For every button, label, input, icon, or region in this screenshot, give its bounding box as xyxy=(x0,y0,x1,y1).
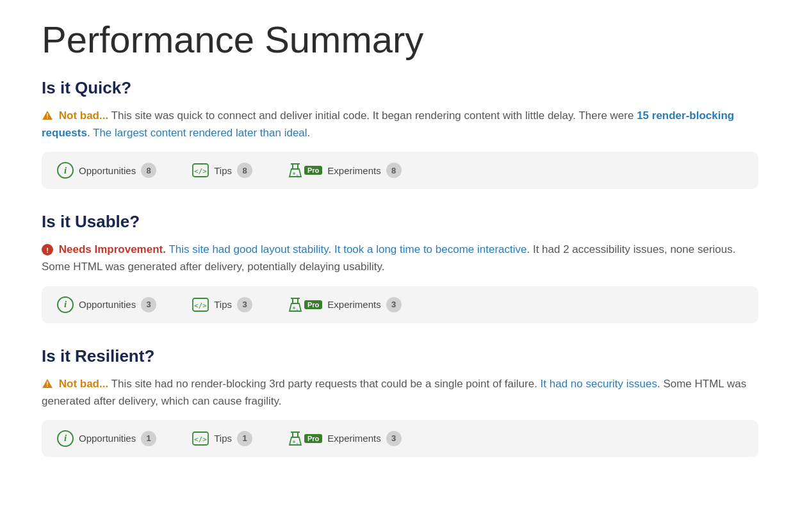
opportunities-label: Opportunities xyxy=(79,299,136,310)
metrics-bar-usable: i Opportunities 3 </> Tips 3 Pro xyxy=(42,286,758,323)
pro-badge: Pro xyxy=(304,166,322,175)
page-title: Performance Summary xyxy=(42,19,758,60)
section-resilient: Is it Resilient?! Not bad... This site h… xyxy=(42,346,758,457)
experiments-label: Experiments xyxy=(327,299,380,310)
opportunities-label: Opportunities xyxy=(79,165,136,176)
section-body-quick: ! Not bad... This site was quick to conn… xyxy=(42,107,758,141)
status-icon-resilient: ! xyxy=(42,375,53,392)
body-link: The largest content rendered later than … xyxy=(93,127,307,139)
svg-point-6 xyxy=(293,172,295,175)
metric-opportunities[interactable]: i Opportunities 1 xyxy=(57,430,156,447)
tips-count: 3 xyxy=(237,297,252,312)
tips-label: Tips xyxy=(214,433,232,444)
tips-icon: </> xyxy=(192,431,209,446)
metrics-bar-quick: i Opportunities 8 </> Tips 8 Pro xyxy=(42,152,758,189)
section-usable: Is it Usable?! Needs Improvement. This s… xyxy=(42,212,758,323)
experiments-icon: Pro xyxy=(288,297,322,312)
svg-point-7 xyxy=(297,175,298,177)
metric-opportunities[interactable]: i Opportunities 3 xyxy=(57,296,156,313)
section-body-usable: ! Needs Improvement. This site had good … xyxy=(42,241,758,275)
opportunities-count: 8 xyxy=(141,163,156,178)
tips-count: 8 xyxy=(237,163,252,178)
body-text: This site was quick to connect and deliv… xyxy=(108,109,637,122)
section-body-resilient: ! Not bad... This site had no render-blo… xyxy=(42,375,758,410)
body-text: . xyxy=(87,127,93,139)
experiments-count: 3 xyxy=(386,431,402,446)
svg-point-23 xyxy=(297,442,298,444)
opportunities-icon: i xyxy=(57,296,74,313)
status-label-quick: Not bad... xyxy=(56,109,108,122)
tips-count: 1 xyxy=(237,431,252,446)
section-heading-resilient: Is it Resilient? xyxy=(42,346,758,366)
opportunities-count: 3 xyxy=(141,297,156,312)
metric-experiments[interactable]: Pro Experiments 3 xyxy=(288,297,402,312)
opportunities-count: 1 xyxy=(141,431,156,446)
metric-tips[interactable]: </> Tips 8 xyxy=(192,163,252,178)
opportunities-label: Opportunities xyxy=(79,433,136,444)
tips-icon: </> xyxy=(192,298,209,312)
body-text: This site had no render-blocking 3rd par… xyxy=(108,378,540,390)
body-link: It had no security issues xyxy=(541,378,657,390)
metric-tips[interactable]: </> Tips 3 xyxy=(192,297,252,312)
status-icon-quick: ! xyxy=(42,107,53,124)
metric-opportunities[interactable]: i Opportunities 8 xyxy=(57,162,156,179)
svg-point-15 xyxy=(297,309,298,310)
tips-label: Tips xyxy=(214,299,232,310)
section-quick: Is it Quick?! Not bad... This site was q… xyxy=(42,78,758,189)
body-link: It took a long time to become interactiv… xyxy=(334,243,527,255)
status-label-usable: Needs Improvement. xyxy=(56,243,166,255)
status-icon-usable: ! xyxy=(42,241,53,258)
experiments-label: Experiments xyxy=(327,433,380,444)
experiments-count: 3 xyxy=(386,297,402,312)
tips-icon: </> xyxy=(192,163,209,177)
experiments-label: Experiments xyxy=(327,165,380,176)
svg-text:</>: </> xyxy=(194,167,207,175)
status-label-resilient: Not bad... xyxy=(56,378,108,390)
opportunities-icon: i xyxy=(57,430,74,447)
body-text: . xyxy=(307,127,311,139)
body-link: This site had good layout stability xyxy=(168,243,328,255)
metrics-bar-resilient: i Opportunities 1 </> Tips 1 Pro xyxy=(42,420,758,457)
experiments-count: 8 xyxy=(386,163,402,178)
svg-point-14 xyxy=(293,307,295,309)
experiments-icon: Pro xyxy=(288,431,322,446)
tips-label: Tips xyxy=(214,165,232,176)
pro-badge: Pro xyxy=(304,434,322,443)
section-heading-quick: Is it Quick? xyxy=(42,78,758,98)
svg-text:!: ! xyxy=(46,246,49,254)
metric-experiments[interactable]: Pro Experiments 8 xyxy=(288,163,402,178)
svg-text:!: ! xyxy=(46,113,48,120)
metric-experiments[interactable]: Pro Experiments 3 xyxy=(288,431,402,446)
opportunities-icon: i xyxy=(57,162,74,179)
svg-text:</>: </> xyxy=(194,302,207,310)
pro-badge: Pro xyxy=(304,300,322,309)
experiments-icon: Pro xyxy=(288,163,322,178)
metric-tips[interactable]: </> Tips 1 xyxy=(192,431,252,446)
section-heading-usable: Is it Usable? xyxy=(42,212,758,232)
svg-point-22 xyxy=(293,440,295,443)
svg-text:!: ! xyxy=(46,381,48,388)
body-text: . xyxy=(329,243,334,255)
svg-text:</>: </> xyxy=(194,435,207,444)
